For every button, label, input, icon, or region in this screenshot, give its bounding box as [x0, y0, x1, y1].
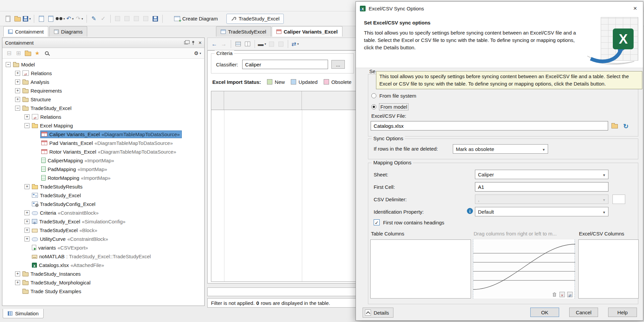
tree-item[interactable]: TradeStudyExcel «Block» [2, 226, 204, 234]
menu-view[interactable] [22, 4, 31, 7]
sync-table-icon[interactable]: ⇄ [291, 40, 300, 48]
tree-item[interactable]: Catalogs.xlsx «AttachedFile» [2, 261, 204, 269]
tab-containment[interactable]: Containment [3, 26, 48, 37]
redo-icon[interactable]: ↷ [75, 14, 84, 23]
menu-layout[interactable] [31, 4, 40, 7]
tree-item[interactable]: RotorMapping «ImportMap» [2, 173, 204, 182]
active-diagram-tab[interactable]: TradeStudy_Excel [226, 14, 284, 24]
ok-button[interactable]: OK [530, 308, 559, 317]
tree-item[interactable]: TradeStudyConfig_Excel [2, 200, 204, 208]
tree-item[interactable]: Caliper Variants_Excel «DiagramTableMapT… [2, 130, 204, 139]
table-column-item[interactable] [371, 285, 471, 294]
search-icon[interactable] [42, 49, 51, 58]
tree-item[interactable]: variants «CSVExport» [2, 243, 204, 252]
tree-item[interactable]: CaliperMapping «ImportMap» [2, 156, 204, 165]
favorites-icon[interactable]: ★ [33, 49, 42, 58]
tree-item[interactable]: TradeStudy_Excel «SimulationConfig» [2, 217, 204, 226]
add-document-icon[interactable] [37, 14, 46, 23]
delete-mapping-icon[interactable] [552, 292, 557, 297]
menu-edit[interactable] [13, 4, 22, 7]
back-icon[interactable]: ← [210, 40, 219, 48]
save-project-icon[interactable] [22, 14, 31, 23]
tree-item[interactable]: Model [2, 60, 204, 69]
tree-item[interactable]: TradeStudyResults [2, 182, 204, 191]
tree-item[interactable]: Structure [2, 95, 204, 104]
mapping-drag-area[interactable] [473, 239, 575, 299]
menu-collaborate[interactable] [74, 4, 83, 7]
refresh-file-button[interactable] [622, 122, 630, 130]
expander-icon[interactable] [24, 228, 30, 233]
excel-column-item[interactable] [579, 240, 638, 249]
simulation-bottom-tab[interactable]: Simulation [3, 309, 44, 318]
menu-file[interactable] [5, 4, 13, 7]
remove-all-mappings-icon[interactable] [559, 292, 565, 297]
tree-item[interactable]: Trade Study Examples [2, 287, 204, 296]
menu-help[interactable] [92, 4, 101, 7]
tree-item[interactable]: Relations [2, 112, 204, 121]
rows-deleted-select[interactable]: Mark as obsolete [453, 144, 548, 154]
tree-item[interactable]: Requirements [2, 86, 204, 95]
tree-item[interactable]: TradeStudy_Excel [2, 104, 204, 112]
identification-property-select[interactable]: Default [475, 207, 608, 216]
table-column-item[interactable] [371, 240, 471, 249]
pin-icon[interactable] [191, 41, 195, 45]
tree-item[interactable]: UtilityCurve «ConstraintBlock» [2, 234, 204, 243]
print-icon[interactable] [46, 14, 55, 23]
expander-icon[interactable] [15, 79, 20, 85]
menu-window[interactable] [83, 4, 92, 7]
open-project-icon[interactable] [13, 14, 22, 23]
excel-column-item[interactable] [579, 258, 638, 267]
expander-icon[interactable] [15, 106, 20, 111]
tree-item[interactable]: TradeStudy_Morphological [2, 278, 204, 287]
create-diagram-button[interactable]: Create Diagram [170, 14, 222, 24]
table-body[interactable] [211, 110, 358, 281]
table-column-item[interactable] [371, 258, 471, 267]
first-row-headings-checkbox[interactable] [374, 219, 380, 225]
expander-icon[interactable] [15, 271, 20, 276]
menu-tools[interactable] [57, 4, 66, 7]
find-icon[interactable] [56, 14, 65, 23]
tab-tradestudyexcel[interactable]: TradeStudyExcel [216, 26, 271, 37]
from-file-system-radio[interactable] [371, 93, 376, 98]
expander-icon[interactable] [15, 280, 20, 285]
menu-analyze[interactable] [66, 4, 74, 7]
tool-icon-3[interactable] [132, 14, 141, 23]
expander-icon[interactable] [24, 114, 30, 119]
table-column-header[interactable] [224, 91, 302, 110]
collapse-all-icon[interactable]: ⊟ [5, 49, 13, 58]
float-panel-icon[interactable] [184, 41, 188, 44]
expander-icon[interactable] [24, 123, 30, 128]
excel-column-item[interactable] [579, 249, 638, 258]
auto-map-columns-icon[interactable] [567, 292, 573, 297]
tree-item[interactable]: PadMapping «ImportMap» [2, 165, 204, 173]
help-button[interactable]: Help [608, 308, 637, 317]
menu-options[interactable] [48, 4, 57, 7]
undo-icon[interactable]: ↶ [66, 14, 74, 23]
table-column-header[interactable] [302, 91, 358, 110]
expander-icon[interactable] [15, 97, 20, 102]
tool-icon-4[interactable] [142, 14, 150, 23]
panel-settings-button[interactable]: ⚙ [193, 49, 202, 58]
tree-item[interactable]: Analysis [2, 77, 204, 86]
excel-csv-file-input[interactable] [371, 121, 608, 130]
tree-item[interactable]: TradeStudy_Excel [2, 191, 204, 200]
expander-icon[interactable] [6, 62, 11, 67]
tool-icon-2[interactable] [123, 14, 131, 23]
from-model-radio[interactable] [371, 104, 376, 109]
excel-column-item[interactable] [579, 276, 638, 285]
classifier-input[interactable] [242, 60, 328, 69]
expander-icon[interactable] [24, 184, 30, 189]
show-containment-icon[interactable] [234, 40, 243, 48]
expander-icon[interactable] [15, 71, 20, 76]
sheet-select[interactable]: Caliper [475, 170, 608, 179]
delete-column-icon[interactable] [276, 40, 285, 48]
classifier-browse-button[interactable]: ... [331, 60, 345, 69]
table-column-item[interactable] [371, 267, 471, 276]
expander-icon[interactable] [24, 236, 30, 241]
save-all-icon[interactable] [151, 14, 160, 23]
validate-icon[interactable]: ✓ [99, 14, 108, 23]
new-project-icon[interactable] [4, 14, 12, 23]
close-panel-icon[interactable]: × [199, 40, 202, 46]
table-column-item[interactable] [371, 276, 471, 285]
tree-item[interactable]: noMATLAB : TradeStudy_Excel::TradeStudyE… [2, 252, 204, 261]
